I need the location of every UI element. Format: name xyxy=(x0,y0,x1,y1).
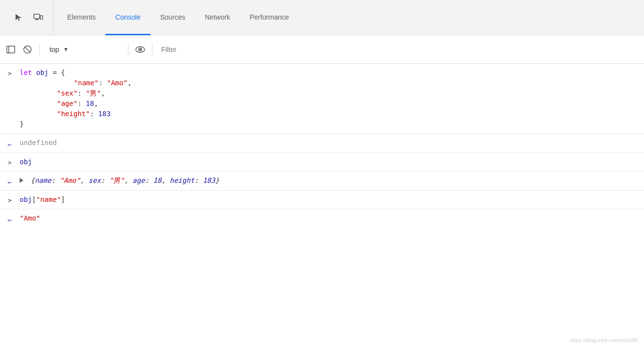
svg-rect-0 xyxy=(34,14,40,19)
clear-console-btn[interactable] xyxy=(21,43,34,56)
context-selector[interactable]: top ▼ xyxy=(45,44,123,55)
tab-console[interactable]: Console xyxy=(105,0,150,35)
obj-input-text: obj xyxy=(20,158,32,166)
svg-rect-4 xyxy=(7,46,15,53)
dropdown-arrow-icon: ▼ xyxy=(63,46,69,53)
row-content-3: obj xyxy=(20,155,644,169)
output-icon-3: ← xyxy=(0,211,20,226)
input-icon-2[interactable]: > xyxy=(0,155,20,168)
output-icon-1: ← xyxy=(0,136,20,150)
sidebar-toggle-btn[interactable] xyxy=(4,43,18,56)
row-content-5: obj["name"] xyxy=(20,193,644,207)
svg-point-10 xyxy=(140,49,141,50)
tab-bar: Elements Console Sources Network Perform… xyxy=(0,0,644,35)
tab-elements[interactable]: Elements xyxy=(57,0,105,35)
eye-icon-btn[interactable] xyxy=(133,43,147,56)
console-row-input-2: > obj xyxy=(0,153,644,172)
console-row-output-1: ← undefined xyxy=(0,134,644,153)
input-icon-3[interactable]: > xyxy=(0,193,20,205)
row-content-1: let obj = { "name": "Amo", "sex": "男", "… xyxy=(20,66,644,131)
output-icon-2: ← xyxy=(0,174,20,188)
watermark: https://blog.csdn.net/xw1680 xyxy=(570,337,638,343)
toolbar-divider-2 xyxy=(128,44,128,55)
context-value: top xyxy=(50,46,59,53)
input-icon-1[interactable]: > xyxy=(0,66,20,78)
filter-input[interactable] xyxy=(161,46,636,53)
console-row-input-1: > let obj = { "name": "Amo", "sex": "男",… xyxy=(0,64,644,134)
cursor-icon[interactable] xyxy=(12,11,25,25)
devtools-icons xyxy=(4,0,53,35)
console-toolbar: top ▼ xyxy=(0,35,644,64)
undefined-text: undefined xyxy=(20,139,57,147)
row-content-6: "Amo" xyxy=(20,211,644,225)
row-content-2: undefined xyxy=(20,136,644,150)
row-content-4: {name: "Amo", sex: "男", age: 18, height:… xyxy=(20,174,644,188)
console-output: > let obj = { "name": "Amo", "sex": "男",… xyxy=(0,64,644,347)
svg-rect-1 xyxy=(40,16,43,19)
filter-wrapper xyxy=(157,46,640,53)
toolbar-divider-3 xyxy=(152,44,152,55)
tab-sources[interactable]: Sources xyxy=(150,0,195,35)
tab-performance[interactable]: Performance xyxy=(240,0,298,35)
console-row-output-2: ← {name: "Amo", sex: "男", age: 18, heigh… xyxy=(0,172,644,191)
expand-triangle-icon[interactable] xyxy=(20,178,24,183)
console-row-input-3: > obj["name"] xyxy=(0,191,644,209)
svg-line-7 xyxy=(25,47,30,52)
console-row-output-3: ← "Amo" xyxy=(0,209,644,228)
toolbar-divider-1 xyxy=(39,44,40,55)
tab-network[interactable]: Network xyxy=(195,0,240,35)
device-icon[interactable] xyxy=(31,11,45,25)
